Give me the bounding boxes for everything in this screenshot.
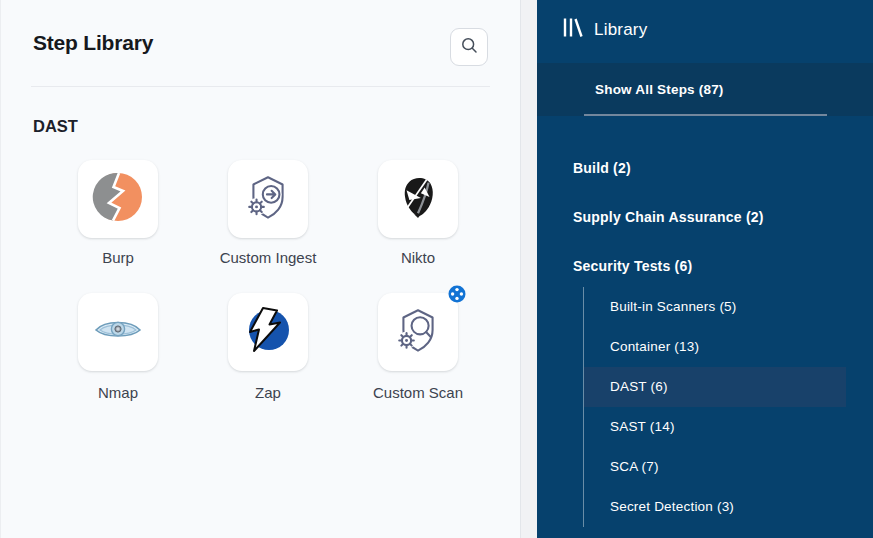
tool-label: Nmap bbox=[38, 384, 198, 401]
sidebar-divider bbox=[584, 114, 827, 116]
tool-label: Nikto bbox=[338, 249, 498, 266]
tool-label: Custom Scan bbox=[338, 384, 498, 401]
sidebar-item-build[interactable]: Build (2) bbox=[573, 160, 631, 176]
tool-label: Custom Ingest bbox=[188, 249, 348, 266]
sidebar-item-sca[interactable]: SCA (7) bbox=[584, 447, 846, 487]
custom-scan-shield-icon bbox=[393, 305, 443, 359]
sidebar-title: Library bbox=[594, 20, 647, 40]
custom-ingest-shield-icon bbox=[243, 172, 293, 226]
nmap-eye-logo bbox=[93, 305, 143, 359]
tool-label: Zap bbox=[188, 384, 348, 401]
tool-label: Burp bbox=[38, 249, 198, 266]
search-button[interactable] bbox=[450, 28, 488, 66]
nikto-logo bbox=[395, 174, 441, 224]
sidebar-item-security-tests[interactable]: Security Tests (6) bbox=[573, 258, 692, 274]
show-all-steps-label: Show All Steps (87) bbox=[595, 82, 724, 97]
header-divider bbox=[31, 86, 490, 87]
page-title: Step Library bbox=[33, 31, 153, 55]
sidebar-item-sast[interactable]: SAST (14) bbox=[584, 407, 846, 447]
library-sidebar: Library Show All Steps (87) Build (2) Su… bbox=[537, 0, 873, 538]
sidebar-item-container[interactable]: Container (13) bbox=[584, 327, 846, 367]
sidebar-item-dast[interactable]: DAST (6) bbox=[584, 367, 846, 407]
step-library-panel: Step Library DAST Burp bbox=[0, 0, 521, 538]
search-icon bbox=[461, 37, 478, 58]
zap-logo bbox=[243, 305, 293, 359]
move-dots-badge-icon bbox=[448, 285, 466, 303]
tool-card-zap[interactable] bbox=[228, 293, 308, 371]
tool-card-burp[interactable] bbox=[78, 160, 158, 238]
section-heading-dast: DAST bbox=[33, 117, 78, 136]
step-library-screen: Step Library DAST Burp bbox=[0, 0, 873, 538]
sidebar-item-secret-detection[interactable]: Secret Detection (3) bbox=[584, 487, 846, 527]
library-books-icon bbox=[563, 17, 583, 42]
tool-card-custom-ingest[interactable] bbox=[228, 160, 308, 238]
library-header: Library bbox=[563, 17, 647, 42]
sidebar-item-supply-chain-assurance[interactable]: Supply Chain Assurance (2) bbox=[573, 209, 764, 225]
tool-card-nikto[interactable] bbox=[378, 160, 458, 238]
sidebar-item-built-in-scanners[interactable]: Built-in Scanners (5) bbox=[584, 287, 846, 327]
show-all-steps-item[interactable]: Show All Steps (87) bbox=[537, 63, 873, 116]
tool-card-nmap[interactable] bbox=[78, 293, 158, 371]
security-tests-subcategory-list: Built-in Scanners (5) Container (13) DAS… bbox=[583, 287, 846, 527]
burp-logo bbox=[92, 171, 144, 227]
tool-card-custom-scan[interactable] bbox=[378, 293, 458, 371]
